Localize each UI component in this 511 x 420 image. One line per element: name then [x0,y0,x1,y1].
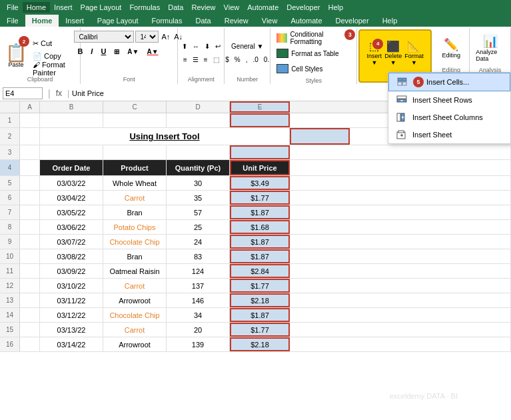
cell-b5[interactable]: 03/03/22 [40,176,103,190]
menu-home[interactable]: Home [23,2,50,13]
menu-insert[interactable]: Insert [50,2,77,13]
cell-e1[interactable] [230,113,290,127]
conditional-formatting-button[interactable]: Conditional Formatting [273,31,354,45]
align-center-button[interactable]: ☰ [191,53,201,65]
cell-f4[interactable] [290,160,511,175]
cell-e16[interactable]: $2.18 [230,337,290,351]
cell-b8[interactable]: 03/06/22 [40,220,103,234]
border-button[interactable]: ⊞ [111,45,123,57]
format-painter-button[interactable]: 🖌 Format Painter [31,63,77,75]
cell-a9[interactable] [20,235,40,249]
font-color-button[interactable]: A▼ [143,45,161,57]
fill-color-button[interactable]: A▼ [124,45,142,57]
align-middle-button[interactable]: ↔ [191,40,201,52]
format-button[interactable]: 📐 Format ▼ [404,40,424,66]
cell-f7[interactable] [290,205,511,219]
cell-a13[interactable] [20,293,40,307]
menu-help[interactable]: Help [324,2,347,13]
cell-c1[interactable] [103,113,167,127]
cell-d6[interactable]: 35 [167,191,230,205]
cell-a4[interactable] [20,160,40,175]
cell-a8[interactable] [20,220,40,234]
cell-d4[interactable]: Quantity (Pc) [167,160,230,175]
cell-f15[interactable] [290,323,511,337]
cell-e11[interactable]: $2.84 [230,264,290,278]
menu-automate[interactable]: Automate [243,2,282,13]
cell-a2[interactable] [20,128,40,145]
cell-c16[interactable]: Arrowroot [103,337,167,351]
cell-f9[interactable] [290,235,511,249]
cell-b9[interactable]: 03/07/22 [40,235,103,249]
cell-d5[interactable]: 30 [167,176,230,190]
cell-f5[interactable] [290,176,511,190]
cell-c7[interactable]: Bran [103,205,167,219]
currency-button[interactable]: $ [223,53,231,65]
editing-button[interactable]: ✏️ Editing [438,29,464,67]
cell-f16[interactable] [290,337,511,351]
cut-button[interactable]: ✂ Cut [31,37,77,49]
name-box[interactable] [3,87,43,99]
cell-a14[interactable] [20,308,40,322]
cell-f10[interactable] [290,249,511,263]
cell-e2[interactable] [290,128,350,145]
cell-f14[interactable] [290,308,511,322]
cell-c4[interactable]: Product [103,160,167,175]
comma-button[interactable]: , [244,53,250,65]
align-left-button[interactable]: ≡ [181,53,189,65]
insert-sheet-columns-item[interactable]: Insert Sheet Columns [388,109,510,126]
wrap-text-button[interactable]: ↩ [213,40,223,52]
increase-decimal-button[interactable]: .0 [251,53,260,65]
tab-pagelayout[interactable]: Page Layout [91,15,145,27]
insert-cells-item[interactable]: 5 Insert Cells... [388,73,510,91]
cell-a16[interactable] [20,337,40,351]
number-format-button[interactable]: General ▼ [229,40,265,52]
cell-a7[interactable] [20,205,40,219]
menu-review[interactable]: Review [187,2,219,13]
tab-insert[interactable]: Insert [59,15,91,27]
cell-c15[interactable]: Carrot [103,323,167,337]
cell-b12[interactable]: 03/10/22 [40,279,103,293]
format-table-button[interactable]: Format as Table [273,46,354,61]
cell-e3[interactable] [230,145,290,159]
cell-a6[interactable] [20,191,40,205]
cell-b2[interactable]: Using Insert Tool [40,128,290,145]
insert-sheet-item[interactable]: Insert Sheet [388,126,510,143]
cell-d3[interactable] [167,145,230,159]
cell-f3[interactable] [290,145,511,159]
cell-d8[interactable]: 25 [167,220,230,234]
cell-f8[interactable] [290,220,511,234]
menu-developer[interactable]: Developer [282,2,324,13]
cell-b6[interactable]: 03/04/22 [40,191,103,205]
cell-b11[interactable]: 03/09/22 [40,264,103,278]
align-top-button[interactable]: ⬆ [180,40,189,52]
cell-b1[interactable] [40,113,103,127]
cell-e10[interactable]: $1.87 [230,249,290,263]
cell-a12[interactable] [20,279,40,293]
cell-d12[interactable]: 137 [167,279,230,293]
cell-b13[interactable]: 03/11/22 [40,293,103,307]
cell-f13[interactable] [290,293,511,307]
merge-button[interactable]: ⬚ [211,53,221,65]
tab-developer[interactable]: Developer [329,15,376,27]
cell-e8[interactable]: $1.68 [230,220,290,234]
cell-d1[interactable] [167,113,230,127]
cell-d13[interactable]: 146 [167,293,230,307]
col-header-b[interactable]: B [40,101,103,113]
col-header-d[interactable]: D [167,101,230,113]
cell-b7[interactable]: 03/05/22 [40,205,103,219]
italic-button[interactable]: I [87,45,96,57]
bold-button[interactable]: B [74,45,86,57]
cell-b16[interactable]: 03/14/22 [40,337,103,351]
analyze-data-button[interactable]: 📊 Analyze Data [472,29,508,67]
cell-f6[interactable] [290,191,511,205]
delete-button[interactable]: ⬛ Delete ▼ [384,40,402,66]
cell-c12[interactable]: Carrot [103,279,167,293]
col-header-a[interactable]: A [20,101,40,113]
cell-d7[interactable]: 57 [167,205,230,219]
cell-c8[interactable]: Potato Chips [103,220,167,234]
cell-c5[interactable]: Whole Wheat [103,176,167,190]
cell-e14[interactable]: $1.87 [230,308,290,322]
cell-e15[interactable]: $1.77 [230,323,290,337]
increase-font-button[interactable]: A↑ [160,33,171,41]
align-right-button[interactable]: ≡ [202,53,210,65]
